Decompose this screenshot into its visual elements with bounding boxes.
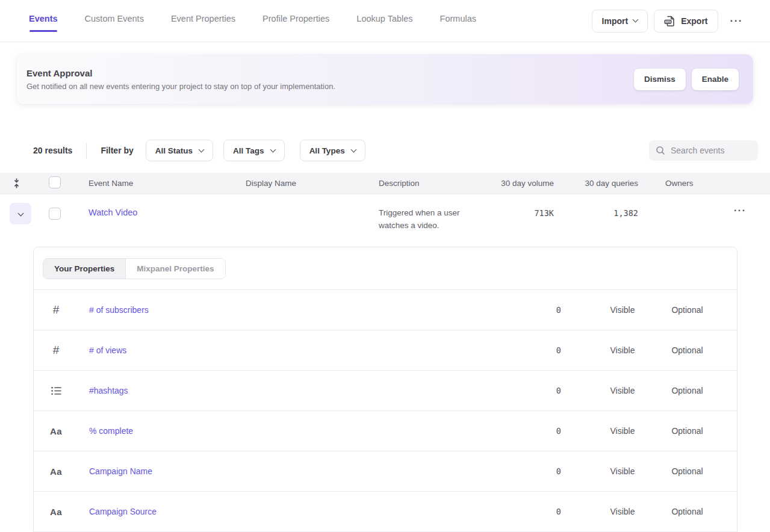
export-button-label: Export (681, 16, 707, 26)
dismiss-button[interactable]: Dismiss (634, 69, 686, 90)
types-filter-label: All Types (309, 146, 345, 155)
text-icon: Aa (49, 426, 63, 436)
property-visibility: Visible (607, 386, 638, 395)
properties-tab-group: Your Properties Mixpanel Properties (43, 258, 226, 279)
property-requirement: Optional (638, 345, 737, 355)
property-count: 0 (535, 466, 607, 476)
event-volume: 713K (494, 208, 554, 218)
topbar-actions: Import csv Export ··· (592, 10, 747, 32)
property-visibility: Visible (607, 507, 638, 516)
filter-by-label: Filter by (101, 146, 133, 155)
banner-description: Get notified on all new events entering … (26, 82, 628, 91)
number-icon: # (49, 344, 63, 357)
properties-tabs-area: Your Properties Mixpanel Properties (34, 247, 737, 290)
tags-filter-dropdown[interactable]: All Tags (223, 140, 285, 161)
column-description: Description (379, 179, 494, 188)
property-requirement: Optional (638, 507, 737, 516)
property-count: 0 (535, 426, 607, 436)
column-owners: Owners (638, 179, 728, 188)
tab-custom-events[interactable]: Custom Events (85, 9, 144, 33)
import-button[interactable]: Import (592, 10, 648, 32)
property-visibility: Visible (607, 426, 638, 436)
tab-profile-properties[interactable]: Profile Properties (262, 9, 329, 33)
svg-text:csv: csv (666, 20, 671, 23)
property-row: Aa Campaign Name 0 Visible Optional (34, 451, 737, 492)
import-button-label: Import (602, 16, 629, 26)
banner-title: Event Approval (26, 68, 628, 78)
property-name-link[interactable]: # of subscribers (89, 305, 535, 315)
chevron-down-icon (633, 17, 639, 23)
property-count: 0 (535, 305, 607, 315)
enable-button[interactable]: Enable (692, 69, 739, 90)
tab-event-properties[interactable]: Event Properties (171, 9, 235, 33)
property-visibility: Visible (607, 466, 638, 476)
status-filter-label: All Status (155, 146, 193, 155)
list-icon (49, 386, 63, 395)
property-name-link[interactable]: Campaign Source (89, 507, 535, 516)
chevron-down-icon (350, 146, 356, 152)
property-name-link[interactable]: Campaign Name (89, 466, 535, 476)
property-row: Aa % complete 0 Visible Optional (34, 411, 737, 451)
results-count: 20 results (33, 146, 72, 155)
nav-tabs: Events Custom Events Event Properties Pr… (29, 9, 592, 33)
property-count: 0 (535, 507, 607, 516)
status-filter-dropdown[interactable]: All Status (146, 140, 213, 161)
property-row: Aa Campaign Source 0 Visible Optional (34, 492, 737, 532)
property-row: # # of subscribers 0 Visible Optional (34, 290, 737, 330)
property-name-link[interactable]: #hashtags (89, 386, 535, 395)
column-30-day-queries: 30 day queries (554, 179, 638, 188)
event-queries: 1,382 (554, 208, 638, 218)
column-display-name: Display Name (246, 179, 379, 188)
chevron-down-icon (17, 210, 23, 216)
search-events-box[interactable] (649, 140, 758, 161)
property-name-link[interactable]: % complete (89, 426, 535, 436)
row-checkbox[interactable] (49, 208, 61, 220)
types-filter-dropdown[interactable]: All Types (300, 140, 365, 161)
tab-formulas[interactable]: Formulas (440, 9, 476, 33)
properties-panel: Your Properties Mixpanel Properties # # … (33, 247, 737, 532)
filter-bar: 20 results Filter by All Status All Tags… (33, 140, 758, 161)
property-visibility: Visible (607, 345, 638, 355)
tab-lookup-tables[interactable]: Lookup Tables (356, 9, 412, 33)
tab-events[interactable]: Events (29, 9, 58, 33)
property-requirement: Optional (638, 386, 737, 395)
banner-text: Event Approval Get notified on all new e… (26, 68, 628, 91)
search-events-input[interactable] (671, 146, 749, 155)
tab-mixpanel-properties[interactable]: Mixpanel Properties (126, 259, 225, 279)
select-all-checkbox[interactable] (49, 176, 61, 188)
property-requirement: Optional (638, 426, 737, 436)
more-options-icon[interactable]: ··· (727, 15, 747, 27)
chevron-down-icon (199, 146, 205, 152)
property-count: 0 (535, 386, 607, 395)
divider (86, 143, 87, 159)
row-more-options-icon[interactable]: ··· (728, 205, 746, 216)
property-visibility: Visible (607, 305, 638, 315)
events-table-header: Event Name Display Name Description 30 d… (0, 173, 770, 194)
property-row: # # of views 0 Visible Optional (34, 330, 737, 371)
csv-file-icon: csv (664, 15, 675, 27)
property-row: #hashtags 0 Visible Optional (34, 371, 737, 411)
column-30-day-volume: 30 day volume (494, 179, 554, 188)
export-button[interactable]: csv Export (654, 10, 718, 32)
tags-filter-label: All Tags (233, 146, 264, 155)
property-requirement: Optional (638, 466, 737, 476)
collapse-row-button[interactable] (10, 203, 31, 224)
property-requirement: Optional (638, 305, 737, 315)
text-icon: Aa (49, 466, 63, 477)
column-event-name: Event Name (88, 179, 246, 188)
number-icon: # (49, 303, 63, 317)
event-name-link[interactable]: Watch Video (88, 208, 137, 217)
collapse-rows-icon[interactable] (13, 178, 20, 188)
chevron-down-icon (270, 146, 276, 152)
property-name-link[interactable]: # of views (89, 345, 535, 355)
text-icon: Aa (49, 507, 63, 517)
top-nav-bar: Events Custom Events Event Properties Pr… (0, 0, 770, 42)
event-approval-banner: Event Approval Get notified on all new e… (17, 54, 753, 104)
tab-your-properties[interactable]: Your Properties (43, 259, 126, 279)
table-row-watch-video: Watch Video Triggered when a user watche… (0, 194, 770, 247)
search-icon (656, 146, 665, 155)
property-count: 0 (535, 345, 607, 355)
event-description: Triggered when a user watches a video. (379, 207, 494, 232)
